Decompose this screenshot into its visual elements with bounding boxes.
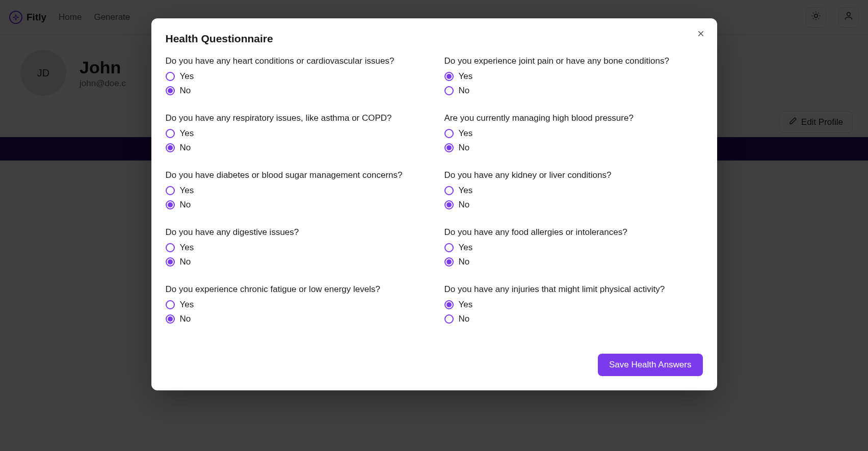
modal-title: Health Questionnaire (166, 33, 703, 45)
radio-label: Yes (459, 185, 473, 196)
radio-label: Yes (459, 300, 473, 310)
radio-icon (444, 129, 454, 138)
question-block: Do you have any respiratory issues, like… (166, 113, 424, 157)
radio-label: No (459, 86, 470, 96)
questions-grid: Do you have any heart conditions or card… (166, 56, 703, 328)
radio-label: No (180, 200, 191, 210)
close-icon (697, 30, 705, 40)
radio-label: Yes (459, 71, 473, 82)
radio-icon (444, 86, 454, 95)
radio-label: No (459, 200, 470, 210)
radio-option-no[interactable]: No (166, 86, 424, 96)
radio-option-yes[interactable]: Yes (166, 243, 424, 253)
radio-icon (166, 86, 175, 95)
radio-icon (444, 200, 454, 209)
question-text: Do you have any respiratory issues, like… (166, 113, 424, 123)
question-text: Do you have any injuries that might limi… (444, 284, 703, 295)
radio-icon (444, 143, 454, 152)
radio-label: Yes (180, 128, 194, 139)
radio-label: Yes (180, 300, 194, 310)
radio-option-yes[interactable]: Yes (166, 185, 424, 196)
question-text: Do you have any food allergies or intole… (444, 227, 703, 237)
radio-option-no[interactable]: No (444, 314, 703, 324)
question-text: Do you have any heart conditions or card… (166, 56, 424, 66)
radio-label: No (459, 314, 470, 324)
radio-option-yes[interactable]: Yes (444, 243, 703, 253)
radio-option-yes[interactable]: Yes (166, 128, 424, 139)
radio-icon (166, 72, 175, 81)
radio-option-yes[interactable]: Yes (444, 71, 703, 82)
radio-option-no[interactable]: No (166, 314, 424, 324)
radio-label: Yes (180, 243, 194, 253)
radio-icon (166, 200, 175, 209)
question-block: Do you experience joint pain or have any… (444, 56, 703, 100)
radio-icon (444, 243, 454, 252)
question-text: Do you experience chronic fatigue or low… (166, 284, 424, 295)
radio-icon (444, 186, 454, 195)
radio-option-no[interactable]: No (166, 257, 424, 267)
radio-icon (166, 257, 175, 267)
radio-option-no[interactable]: No (444, 257, 703, 267)
radio-option-yes[interactable]: Yes (444, 128, 703, 139)
radio-label: Yes (459, 243, 473, 253)
radio-icon (444, 314, 454, 324)
radio-label: Yes (180, 185, 194, 196)
radio-label: No (180, 143, 191, 153)
radio-icon (166, 186, 175, 195)
question-text: Do you have any kidney or liver conditio… (444, 170, 703, 180)
health-questionnaire-modal: Health Questionnaire Do you have any hea… (151, 18, 717, 390)
radio-option-no[interactable]: No (444, 143, 703, 153)
radio-label: No (459, 257, 470, 267)
radio-option-yes[interactable]: Yes (166, 300, 424, 310)
radio-icon (444, 300, 454, 309)
radio-option-yes[interactable]: Yes (444, 185, 703, 196)
modal-overlay[interactable]: Health Questionnaire Do you have any hea… (0, 0, 868, 451)
question-block: Do you have any kidney or liver conditio… (444, 170, 703, 214)
save-health-answers-button[interactable]: Save Health Answers (598, 354, 703, 376)
question-block: Do you have any injuries that might limi… (444, 284, 703, 328)
question-text: Do you experience joint pain or have any… (444, 56, 703, 66)
question-block: Do you have any heart conditions or card… (166, 56, 424, 100)
question-block: Do you experience chronic fatigue or low… (166, 284, 424, 328)
close-button[interactable] (694, 28, 708, 42)
question-text: Are you currently managing high blood pr… (444, 113, 703, 123)
radio-icon (166, 300, 175, 309)
radio-label: No (180, 314, 191, 324)
radio-label: Yes (180, 71, 194, 82)
radio-label: No (180, 257, 191, 267)
question-block: Do you have any digestive issues?YesNo (166, 227, 424, 271)
radio-icon (166, 314, 175, 324)
radio-icon (444, 257, 454, 267)
radio-option-yes[interactable]: Yes (166, 71, 424, 82)
question-block: Do you have any food allergies or intole… (444, 227, 703, 271)
radio-icon (166, 243, 175, 252)
radio-option-yes[interactable]: Yes (444, 300, 703, 310)
question-block: Do you have diabetes or blood sugar mana… (166, 170, 424, 214)
radio-icon (166, 143, 175, 152)
radio-option-no[interactable]: No (444, 86, 703, 96)
radio-label: Yes (459, 128, 473, 139)
radio-option-no[interactable]: No (444, 200, 703, 210)
question-text: Do you have diabetes or blood sugar mana… (166, 170, 424, 180)
radio-icon (444, 72, 454, 81)
radio-option-no[interactable]: No (166, 143, 424, 153)
radio-icon (166, 129, 175, 138)
radio-option-no[interactable]: No (166, 200, 424, 210)
radio-label: No (459, 143, 470, 153)
question-block: Are you currently managing high blood pr… (444, 113, 703, 157)
question-text: Do you have any digestive issues? (166, 227, 424, 237)
radio-label: No (180, 86, 191, 96)
